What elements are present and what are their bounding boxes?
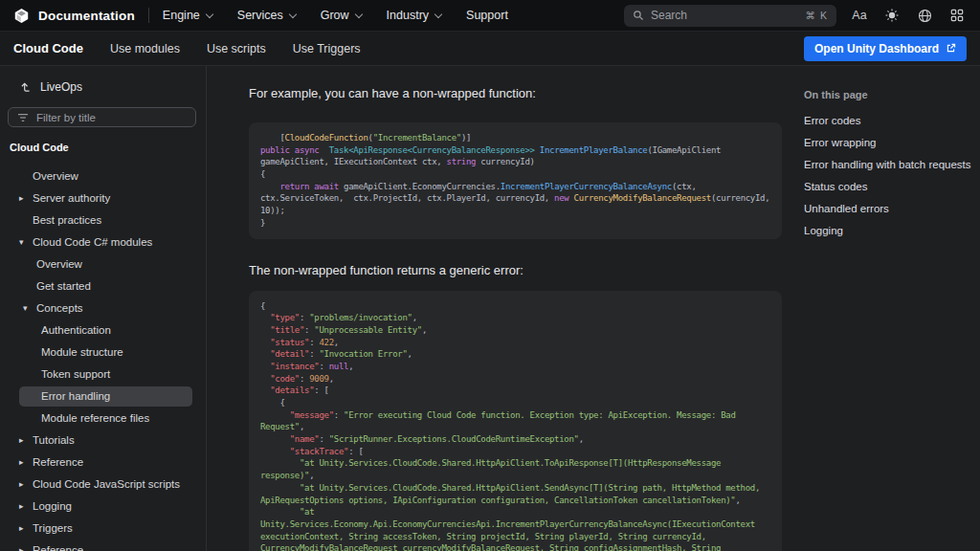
code-line: "instance": null, xyxy=(260,361,770,373)
code-line: "stackTrace": [ xyxy=(260,446,770,458)
chevron-collapsed-icon[interactable]: ▸ xyxy=(19,430,30,452)
sidebar-item-best-practices[interactable]: Best practices xyxy=(0,209,206,231)
chevron-collapsed-icon[interactable]: ▸ xyxy=(19,474,30,496)
subnav-tab-use-modules[interactable]: Use modules xyxy=(110,42,180,55)
sidebar-item-label: Cloud Code C# modules xyxy=(33,236,152,248)
sidebar-item-label: Server authority xyxy=(33,192,110,204)
code-block-json[interactable]: { "type": "problems/invocation", "title"… xyxy=(249,291,782,551)
topnav-menu-grow[interactable]: Grow xyxy=(321,9,362,22)
toc-item-unhandled-errors[interactable]: Unhandled errors xyxy=(802,198,980,220)
sidebar-item-cloud-code-c-modules[interactable]: ▾Cloud Code C# modules xyxy=(0,231,206,253)
sidebar-item-label: Error handling xyxy=(41,390,110,402)
sidebar-item-server-authority[interactable]: ▸Server authority xyxy=(0,187,206,209)
on-this-page: On this page Error codesError wrappingEr… xyxy=(792,66,980,551)
toc-item-status-codes[interactable]: Status codes xyxy=(802,176,980,198)
subnav-tab-use-triggers[interactable]: Use Triggers xyxy=(293,42,361,55)
sidebar-item-tutorials[interactable]: ▸Tutorials xyxy=(0,430,206,452)
sidebar-item-get-started[interactable]: Get started xyxy=(0,276,206,298)
unity-logo-icon xyxy=(13,8,30,24)
toc-list: Error codesError wrappingError handling … xyxy=(802,110,980,242)
chevron-collapsed-icon[interactable]: ▸ xyxy=(19,540,30,551)
code-line: ApiRequestOptions options, IApiConfigura… xyxy=(260,495,770,507)
code-line: { xyxy=(260,397,770,409)
topnav-menu-engine[interactable]: Engine xyxy=(163,9,212,22)
sidebar-item-concepts[interactable]: ▾Concepts xyxy=(0,298,206,320)
sidebar-item-module-structure[interactable]: Module structure xyxy=(0,342,206,364)
code-line: { xyxy=(260,300,770,313)
sidebar-item-reference[interactable]: ▸Reference xyxy=(0,452,206,474)
chevron-collapsed-icon[interactable]: ▸ xyxy=(19,187,30,209)
sidebar-back-liveops[interactable]: LiveOps xyxy=(0,77,206,97)
code-line: "status": 422, xyxy=(260,337,770,349)
code-line: Unity.Services.Economy.Api.EconomyCurren… xyxy=(260,518,770,531)
paragraph-1: For example, you can have a non-wrapped … xyxy=(249,86,792,100)
search-placeholder: Search xyxy=(651,9,799,22)
sidebar-item-label: Concepts xyxy=(36,302,83,314)
filter-icon xyxy=(17,113,29,122)
sidebar-item-overview[interactable]: Overview xyxy=(0,165,206,187)
filter-input[interactable]: Filter by title xyxy=(8,107,196,127)
font-size-icon[interactable]: Aa xyxy=(850,6,869,25)
code-line: gameApiClient, IExecutionContext ctx, st… xyxy=(260,156,770,168)
sidebar-item-overview[interactable]: Overview xyxy=(0,253,206,276)
code-line: CurrencyModifyBalanceRequest currencyMod… xyxy=(260,542,770,551)
chevron-collapsed-icon[interactable]: ▸ xyxy=(19,452,30,474)
topnav-right: Search ⌘ K Aa xyxy=(624,5,967,27)
sidebar-item-error-handling[interactable]: Error handling xyxy=(19,386,192,407)
sidebar-item-logging[interactable]: ▸Logging xyxy=(0,496,206,518)
code-line: "details": [ xyxy=(260,385,770,397)
language-icon[interactable] xyxy=(915,6,934,25)
search-input[interactable]: Search ⌘ K xyxy=(624,5,836,27)
code-line: response)", xyxy=(260,470,770,482)
chevron-collapsed-icon[interactable]: ▸ xyxy=(19,496,30,518)
code-line: public async Task<ApiResponse<CurrencyBa… xyxy=(260,144,770,157)
sidebar-item-label: Triggers xyxy=(33,522,73,534)
code-line: "type": "problems/invocation", xyxy=(260,312,770,324)
chevron-collapsed-icon[interactable]: ▸ xyxy=(19,518,30,540)
sidebar-item-label: Module structure xyxy=(41,346,123,358)
sidebar-item-triggers[interactable]: ▸Triggers xyxy=(0,518,206,540)
code-line: "code": 9009, xyxy=(260,373,770,386)
product-title[interactable]: Cloud Code xyxy=(13,41,83,55)
toc-item-logging[interactable]: Logging xyxy=(802,220,980,242)
apps-icon[interactable] xyxy=(947,6,967,25)
sidebar-item-module-reference-files[interactable]: Module reference files xyxy=(0,408,206,430)
sidebar-item-label: Reference xyxy=(33,544,83,551)
code-line: 10)); xyxy=(260,205,770,217)
open-dashboard-button[interactable]: Open Unity Dashboard xyxy=(804,36,967,61)
code-line: } xyxy=(260,217,770,230)
topnav-menu-label: Industry xyxy=(387,9,429,22)
code-line: return await gameApiClient.EconomyCurren… xyxy=(260,181,770,193)
brand[interactable]: Documentation xyxy=(13,8,135,24)
main-content: For example, you can have a non-wrapped … xyxy=(207,66,792,551)
open-dashboard-label: Open Unity Dashboard xyxy=(814,42,939,55)
divider xyxy=(148,8,149,23)
topnav-menu-support[interactable]: Support xyxy=(466,9,508,22)
sidebar-item-authentication[interactable]: Authentication xyxy=(0,320,206,342)
sidebar-item-label: Get started xyxy=(36,280,91,292)
chevron-down-icon xyxy=(434,10,442,17)
paragraph-2: The non-wrapped function returns a gener… xyxy=(249,263,792,277)
search-shortcut: ⌘ K xyxy=(806,10,828,21)
topnav-menu-services[interactable]: Services xyxy=(237,9,296,22)
toc-item-error-codes[interactable]: Error codes xyxy=(802,110,980,132)
theme-icon[interactable] xyxy=(882,6,902,25)
sidebar-item-token-support[interactable]: Token support xyxy=(0,364,206,386)
code-block-csharp[interactable]: [CloudCodeFunction("IncrementBalance")]p… xyxy=(249,122,782,239)
topnav-menu-industry[interactable]: Industry xyxy=(387,9,441,22)
code-line: "message": "Error executing Cloud Code f… xyxy=(260,409,770,422)
toc-item-error-wrapping[interactable]: Error wrapping xyxy=(802,132,980,154)
toc-item-error-handling-with-batch-requests[interactable]: Error handling with batch requests xyxy=(802,154,980,176)
sidebar-item-cloud-code-javascript-scripts[interactable]: ▸Cloud Code JavaScript scripts xyxy=(0,474,206,496)
sidebar-back-label: LiveOps xyxy=(40,80,82,94)
topnav-menu-label: Services xyxy=(237,9,283,22)
page-body: LiveOps Filter by title Cloud Code Overv… xyxy=(0,66,980,551)
sidebar: LiveOps Filter by title Cloud Code Overv… xyxy=(0,66,207,551)
subnav-tab-use-scripts[interactable]: Use scripts xyxy=(207,42,266,55)
sidebar-item-label: Overview xyxy=(33,170,78,182)
code-line: Request", xyxy=(260,421,770,433)
chevron-expanded-icon[interactable]: ▾ xyxy=(23,298,33,320)
chevron-expanded-icon[interactable]: ▾ xyxy=(19,231,30,253)
sidebar-item-reference[interactable]: ▸Reference xyxy=(0,540,206,551)
top-navbar: Documentation EngineServicesGrowIndustry… xyxy=(0,0,980,32)
